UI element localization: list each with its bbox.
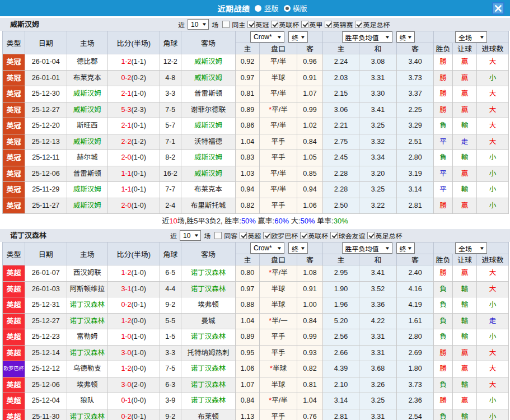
cell-corners: 6-3 [160, 377, 181, 393]
cell-league-type: 英超 [3, 345, 25, 361]
cell-avg-draw: 3.20 [359, 166, 397, 182]
handicap-text: 平手 [271, 202, 285, 209]
venue-checkbox[interactable] [214, 232, 222, 239]
radio-label: 竖版 [264, 3, 278, 13]
league-filter: 球会友谊 [330, 231, 365, 240]
league-filter: 英锦赛 [325, 20, 353, 29]
league-filters: 英冠英联杯英甲英锦赛英足总杯 [245, 20, 390, 29]
halftime-score: (1-0) [132, 90, 146, 97]
cell-handicap-result: 贏 [453, 54, 477, 71]
cell-score: 2-1(0-1) [108, 118, 160, 134]
odds-final-select[interactable]: 终▼ [288, 242, 308, 254]
cell-avg-draw: 3.30 [359, 86, 397, 102]
cell-avg-draw: 3.25 [359, 393, 397, 409]
avg-source-select[interactable]: 胜平负均值▼ [342, 31, 392, 43]
cell-handicap: 平手 [260, 198, 297, 214]
avg-final-select[interactable]: 终▼ [396, 31, 415, 43]
league-checkbox[interactable] [330, 232, 338, 239]
league-filter: 英超 [240, 231, 261, 240]
league-filter: 英联杯 [300, 231, 328, 240]
layout-radio-vertical[interactable]: 竖版 [255, 3, 278, 13]
cell-score: 0-2(0-1) [108, 297, 160, 314]
cell-score: 1-1(0-1) [108, 182, 160, 198]
league-label: 英冠 [255, 20, 269, 29]
odds-final-select[interactable]: 终▼ [288, 31, 308, 43]
cell-avg-home: 2.56 [323, 329, 359, 346]
cell-handicap: *半球 [260, 361, 297, 377]
cell-goals-result: 小 [477, 393, 509, 409]
layout-radio-horizontal[interactable]: 横版 [284, 3, 307, 13]
fulltime-score: 2-1 [121, 122, 132, 129]
cell-league-type: 英冠 [3, 166, 25, 182]
cell-odds-away: 0.82 [297, 361, 323, 377]
cell-result: 負 [434, 297, 453, 314]
cell-date: 26-01-07 [25, 265, 67, 282]
league-checkbox[interactable] [263, 232, 270, 239]
cell-handicap-result: 輸 [453, 329, 477, 346]
cell-handicap: 平手 [260, 409, 297, 420]
fulltime-score: 2-0 [121, 153, 132, 161]
col-date-header: 日期 [25, 242, 67, 265]
cell-league-type: 英超 [3, 393, 25, 409]
cell-score: 2-0(1-0) [108, 198, 160, 214]
scope-select[interactable]: 全场▼ [455, 31, 487, 43]
cell-odds-home: 0.88 [236, 297, 260, 314]
handicap-text: 平手 [271, 333, 285, 340]
cell-goals-result: 走 [477, 313, 509, 329]
cell-odds-away: 0.91 [297, 281, 323, 297]
cell-avg-away: 2.80 [397, 329, 434, 346]
recent-count-select[interactable]: 10▼ [180, 230, 201, 241]
scope-select[interactable]: 全场▼ [455, 242, 487, 254]
recent-count-select[interactable]: 10▼ [188, 19, 209, 30]
odds-source-select[interactable]: Crow*▼ [250, 242, 284, 254]
cell-odds-away: 0.99 [297, 329, 323, 346]
avg-final-select[interactable]: 终▼ [396, 242, 415, 254]
halftime-score: (0-1) [132, 185, 146, 193]
cell-goals-result: 大 [477, 281, 509, 297]
league-checkbox[interactable] [247, 21, 255, 28]
cell-goals-result: 大 [477, 86, 509, 102]
results-table-nottingham-forest: 类型日期主场比分(半场)角球客场Crow*▼终▼胜平负均值▼终▼全场▼主盘口客主… [2, 242, 509, 420]
halftime-score: (0-0) [132, 365, 146, 372]
venue-checkbox[interactable] [222, 21, 230, 28]
cell-avg-home: 2.95 [323, 265, 359, 282]
cell-odds-away: 1.00 [297, 297, 323, 314]
avg-source-select[interactable]: 胜平负均值▼ [342, 242, 392, 254]
handicap-text: 平/半 [270, 90, 286, 97]
games-label: 场 [204, 231, 210, 240]
recent-label: 近 [170, 231, 177, 240]
cell-corners: 5-5 [160, 313, 181, 329]
cell-odds-home: 0.92 [236, 54, 260, 71]
cell-handicap: 平手 [260, 329, 297, 346]
cell-avg-draw: 3.31 [359, 70, 397, 86]
fulltime-score: 2-2 [121, 138, 132, 146]
cell-goals-result: 小 [477, 166, 509, 182]
league-checkbox[interactable] [355, 21, 362, 28]
league-checkbox[interactable] [271, 21, 278, 28]
cell-date: 25-12-31 [25, 297, 67, 314]
odds-source-select[interactable]: Crow*▼ [250, 31, 284, 43]
cell-corners: 9-2 [160, 297, 181, 314]
cell-avg-draw: 4.22 [359, 313, 397, 329]
league-checkbox[interactable] [240, 232, 247, 239]
cell-result: 負 [434, 281, 453, 297]
cell-result: 勝 [434, 265, 453, 282]
league-checkbox[interactable] [300, 232, 307, 239]
dropdown-arrow-icon: ▼ [479, 35, 485, 40]
cell-handicap-result: 輸 [453, 409, 477, 420]
cell-odds-home: 0.94 [236, 182, 260, 198]
league-checkbox[interactable] [301, 21, 308, 28]
halftime-score: (1-0) [132, 269, 146, 277]
league-filter: 英足总杯 [367, 231, 402, 240]
subcol-odds-away-header: 客 [297, 43, 323, 54]
subcol-goals-result-header: 进球数 [477, 254, 509, 265]
league-checkbox[interactable] [367, 232, 375, 239]
cell-result: 負 [434, 377, 453, 393]
close-button[interactable] [492, 2, 504, 15]
cell-home-team: 狼队 [67, 393, 108, 409]
fulltime-score: 2-1 [121, 90, 132, 97]
summary-part: 场,胜5平3负2, 胜率: [177, 217, 241, 225]
league-checkbox[interactable] [325, 21, 332, 28]
dropdown-arrow-icon: ▼ [406, 246, 412, 251]
cell-corners: 3-3 [160, 86, 181, 102]
